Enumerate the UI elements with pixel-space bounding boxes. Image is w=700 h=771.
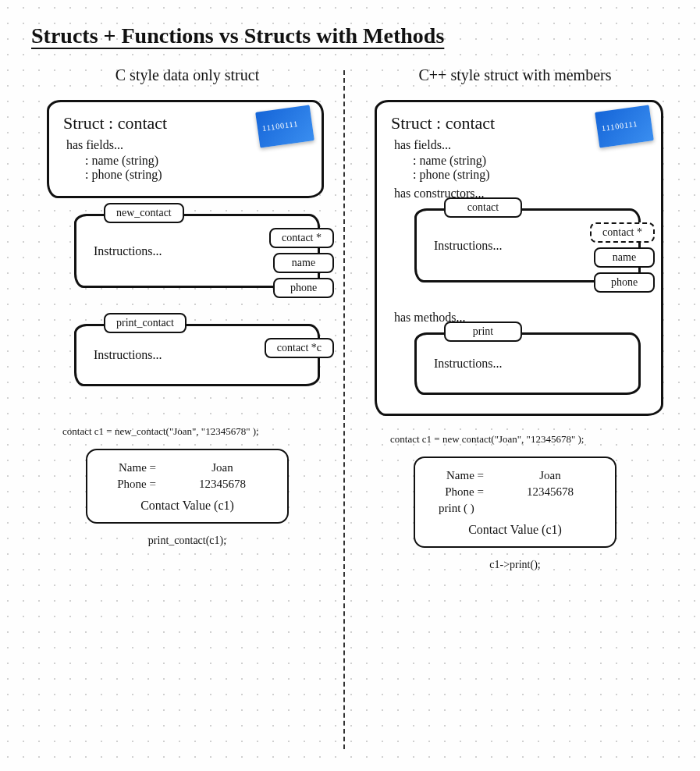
right-heading: C++ style struct with members: [359, 66, 671, 84]
c-field-phone: : phone (string): [85, 168, 307, 182]
print-contact-fn: Instructions... print_contact contact *c: [74, 324, 320, 386]
vb-name-label: Name =: [429, 469, 484, 482]
c-code-print: print_contact(c1);: [31, 535, 343, 547]
cpp-code-new: contact c1 = new contact("Joan", "123456…: [390, 433, 671, 446]
cpp-value-box: Name = Joan Phone = 12345678 print ( ) C…: [414, 457, 616, 548]
right-column: C++ style struct with members Struct : c…: [359, 66, 671, 571]
left-heading: C style data only struct: [31, 66, 343, 84]
vb-phone-label: Phone =: [429, 485, 484, 499]
cpp-struct-box: Struct : contact has fields... : name (s…: [375, 100, 663, 416]
cpp-code-print: c1->print();: [359, 559, 671, 571]
cpp-ctor-body: Instructions...: [414, 208, 641, 282]
c-code-new: contact c1 = new_contact("Joan", "123456…: [62, 425, 343, 438]
cpp-has-constructors: has constructors...: [394, 187, 647, 201]
blueprint-icon: [255, 105, 314, 147]
cpp-method: Instructions... print: [414, 332, 641, 395]
fn-arg-phone: phone: [273, 278, 334, 298]
ctor-arg-name: name: [594, 247, 655, 268]
blueprint-icon: [595, 105, 654, 147]
ctor-return-tab: contact *: [590, 222, 655, 243]
vb-name-label: Name =: [101, 461, 156, 474]
vb-phone-val: 12345678: [499, 485, 601, 499]
new-contact-body: Instructions...: [74, 214, 320, 288]
cpp-field-phone: : phone (string): [413, 168, 647, 182]
c-field-name: : name (string): [85, 154, 307, 168]
ctor-name-tab: contact: [444, 197, 522, 218]
cpp-constructor: Instructions... contact contact * name p…: [414, 208, 641, 298]
c-struct-box: Struct : contact has fields... : name (s…: [47, 100, 324, 198]
fn-name-tab: new_contact: [104, 203, 184, 223]
cpp-method-body: Instructions...: [414, 332, 641, 395]
ctor-arg-phone: phone: [594, 272, 655, 293]
cpp-field-name: : name (string): [413, 154, 647, 168]
left-column: C style data only struct Struct : contac…: [31, 66, 343, 547]
vb-caption: Contact Value (c1): [429, 523, 601, 537]
fn-arg-name: name: [273, 253, 334, 273]
vb-phone-label: Phone =: [101, 478, 156, 491]
c-value-box: Name = Joan Phone = 12345678 Contact Val…: [86, 449, 289, 524]
new-contact-fn: Instructions... new_contact contact * na…: [74, 214, 320, 304]
vb-caption: Contact Value (c1): [101, 499, 273, 513]
method-name-tab: print: [444, 322, 522, 342]
fn-return-tab: contact *: [269, 228, 334, 248]
page-title: Structs + Functions vs Structs with Meth…: [31, 23, 444, 48]
cpp-has-methods: has methods...: [394, 311, 647, 325]
vb-name-val: Joan: [499, 469, 601, 482]
vb-method: print ( ): [439, 502, 601, 515]
fn-name-tab: print_contact: [104, 313, 187, 333]
column-divider: [343, 70, 345, 749]
vb-name-val: Joan: [172, 461, 273, 474]
vb-phone-val: 12345678: [172, 478, 273, 491]
fn-arg-tab: contact *c: [265, 338, 334, 358]
